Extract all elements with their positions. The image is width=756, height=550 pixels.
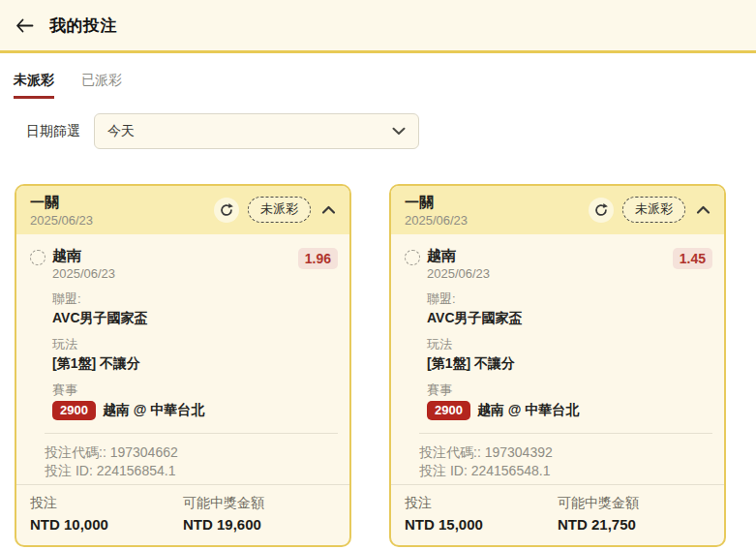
bet-date: 2025/06/23 <box>30 213 214 228</box>
market-value: [第1盤] 不讓分 <box>52 355 338 373</box>
bet-id-line: 投注 ID: 224156548.1 <box>419 462 712 480</box>
event-code-badge: 2900 <box>52 401 96 420</box>
date-filter-row: 日期篩選 今天 <box>26 113 756 149</box>
refresh-icon <box>219 202 234 218</box>
bet-code-label: 投注代碼:: <box>45 444 106 460</box>
divider <box>45 433 338 434</box>
refresh-icon <box>593 202 609 218</box>
tab-settled[interactable]: 已派彩 <box>81 72 122 99</box>
bet-card-header[interactable]: 一關 2025/06/23 未派彩 <box>16 186 349 234</box>
bet-code-line: 投注代碼:: 197304392 <box>419 443 712 462</box>
status-badge: 未派彩 <box>248 197 311 223</box>
bet-code-line: 投注代碼:: 197304662 <box>45 443 338 462</box>
selection-row: 越南 2025/06/23 1.96 <box>30 247 338 281</box>
event-value: 越南 @ 中華台北 <box>477 402 579 419</box>
selection-name: 越南 <box>427 247 673 265</box>
bet-card-body: 越南 2025/06/23 1.96 聯盟: AVC男子國家盃 玩法 [第1盤]… <box>16 234 349 484</box>
status-badge: 未派彩 <box>622 197 685 223</box>
pending-circle-icon <box>405 250 420 265</box>
market-field: 玩法 [第1盤] 不讓分 <box>427 336 712 373</box>
bet-id-line: 投注 ID: 224156854.1 <box>45 462 338 480</box>
payout-value: NTD 21,750 <box>558 516 711 533</box>
stake-value: NTD 10,000 <box>30 516 183 533</box>
event-label: 賽事 <box>52 382 338 399</box>
chevron-up-icon <box>696 205 711 215</box>
date-filter-label: 日期篩選 <box>26 123 80 140</box>
chevron-up-icon <box>321 205 336 215</box>
tab-unsettled[interactable]: 未派彩 <box>14 72 54 99</box>
league-value: AVC男子國家盃 <box>52 310 338 327</box>
bet-codes-block: 投注代碼:: 197304392 投注 ID: 224156548.1 <box>419 433 712 480</box>
market-label: 玩法 <box>52 336 338 353</box>
market-label: 玩法 <box>427 336 712 353</box>
bet-codes-block: 投注代碼:: 197304662 投注 ID: 224156854.1 <box>45 433 338 480</box>
league-label: 聯盟: <box>427 290 712 308</box>
date-filter-select[interactable]: 今天 <box>94 113 419 149</box>
bet-id-value: 224156548.1 <box>471 463 551 478</box>
stake-label: 投注 <box>405 495 558 512</box>
chevron-down-icon <box>392 127 406 136</box>
bet-card-footer: 投注 NTD 15,000 可能中獎金額 NTD 21,750 <box>391 484 724 545</box>
event-field: 賽事 2900 越南 @ 中華台北 <box>427 382 712 420</box>
odds-badge: 1.96 <box>298 248 338 269</box>
bet-type: 一關 <box>30 194 214 212</box>
bet-card-body: 越南 2025/06/23 1.45 聯盟: AVC男子國家盃 玩法 [第1盤]… <box>391 234 724 484</box>
odds-badge: 1.45 <box>673 248 712 269</box>
page-header: 我的投注 <box>0 0 756 53</box>
bet-card-list: 一關 2025/06/23 未派彩 <box>15 184 756 547</box>
selection-name: 越南 <box>52 247 298 265</box>
collapse-button[interactable] <box>694 203 712 217</box>
event-code-badge: 2900 <box>427 401 470 420</box>
payout-label: 可能中獎金額 <box>183 495 336 512</box>
selection-date: 2025/06/23 <box>427 266 673 281</box>
bet-code-value: 197304392 <box>485 444 553 460</box>
stake-label: 投注 <box>30 495 183 512</box>
bet-id-value: 224156854.1 <box>97 463 176 478</box>
league-label: 聯盟: <box>52 290 338 308</box>
stake-value: NTD 15,000 <box>405 516 558 533</box>
event-label: 賽事 <box>427 382 712 399</box>
selection-row: 越南 2025/06/23 1.45 <box>405 247 712 281</box>
back-button[interactable] <box>15 18 34 33</box>
league-field: 聯盟: AVC男子國家盃 <box>52 290 338 327</box>
bet-code-label: 投注代碼:: <box>419 444 481 460</box>
league-value: AVC男子國家盃 <box>427 310 712 327</box>
payout-value: NTD 19,600 <box>183 516 336 533</box>
payout-label: 可能中獎金額 <box>558 495 711 512</box>
page-title: 我的投注 <box>49 15 117 37</box>
event-value: 越南 @ 中華台北 <box>103 402 204 419</box>
tab-bar: 未派彩 已派彩 <box>14 72 742 99</box>
date-filter-value: 今天 <box>107 123 135 140</box>
pending-circle-icon <box>30 250 45 265</box>
event-field: 賽事 2900 越南 @ 中華台北 <box>52 382 338 420</box>
bet-code-value: 197304662 <box>110 444 178 460</box>
back-arrow-icon <box>15 18 34 33</box>
bet-id-label: 投注 ID: <box>419 463 468 478</box>
market-field: 玩法 [第1盤] 不讓分 <box>52 336 338 373</box>
bet-date: 2025/06/23 <box>405 213 589 228</box>
bet-card-footer: 投注 NTD 10,000 可能中獎金額 NTD 19,600 <box>16 484 349 545</box>
refresh-button[interactable] <box>214 198 239 223</box>
bet-id-label: 投注 ID: <box>45 463 93 478</box>
collapse-button[interactable] <box>319 203 338 217</box>
bet-card: 一關 2025/06/23 未派彩 <box>15 184 351 547</box>
bet-type: 一關 <box>405 194 589 212</box>
bet-card: 一關 2025/06/23 未派彩 <box>389 184 726 547</box>
league-field: 聯盟: AVC男子國家盃 <box>427 290 712 327</box>
selection-date: 2025/06/23 <box>52 266 298 281</box>
divider <box>419 433 712 434</box>
bet-card-header[interactable]: 一關 2025/06/23 未派彩 <box>391 186 724 234</box>
market-value: [第1盤] 不讓分 <box>427 355 712 373</box>
refresh-button[interactable] <box>589 198 614 223</box>
